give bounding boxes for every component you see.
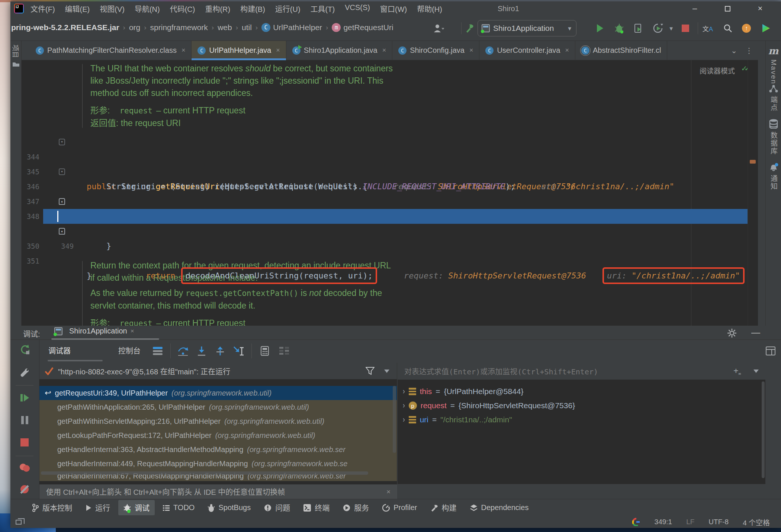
toolbar-item-profiler[interactable]: Profiler	[377, 501, 422, 514]
evaluate-watch-input[interactable]: 对表达式求值(Enter)或添加监视(Ctrl+Shift+Enter) +∞	[398, 363, 765, 380]
minimize-button[interactable]: –	[684, 1, 705, 16]
evaluate-expression-icon[interactable]	[258, 344, 271, 358]
step-out-icon[interactable]	[213, 344, 227, 358]
thread-dropdown-chevron[interactable]	[384, 370, 389, 373]
watch-dropdown-chevron[interactable]	[753, 370, 759, 373]
vertical-scrollbar[interactable]	[762, 381, 765, 478]
tab-pathmatchingfilterchainresolver[interactable]: C PathMatchingFilterChainResolver.class …	[30, 41, 192, 60]
stack-frame[interactable]: getHandlerInternal:449, RequestMappingHa…	[39, 457, 397, 471]
menu-window[interactable]: 窗口(W)	[380, 3, 407, 14]
thread-selector[interactable]: "http-nio-8082-exec-9"@5,168 在组"main": 正…	[39, 363, 397, 379]
sidebar-item-database[interactable]: 数据库	[766, 119, 781, 155]
file-encoding[interactable]: UTF-8	[708, 518, 729, 526]
code-line-347[interactable]: 347 uri = request.getRequestURI();	[22, 179, 758, 194]
collaborate-user-icon[interactable]	[432, 22, 445, 34]
expand-chevron-icon[interactable]: ›	[403, 387, 405, 396]
line-separator[interactable]: LF	[686, 518, 694, 526]
code-line-346[interactable]: 346 ▾ if (uri == null) {	[22, 164, 758, 179]
tab-abstractshirofilter[interactable]: C AbstractShiroFilter.cl	[575, 41, 667, 60]
code-line-351[interactable]: 351	[22, 239, 758, 254]
toolbar-item-build[interactable]: 构建	[425, 500, 462, 515]
run-with-profiler-icon[interactable]	[632, 22, 645, 34]
variable-row-request[interactable]: › p request = {ShiroHttpServletRequest@7…	[398, 399, 765, 413]
view-breakpoints-icon[interactable]	[18, 461, 31, 474]
dump-threads-icon[interactable]	[277, 344, 291, 358]
horizontal-scrollbar[interactable]	[41, 471, 368, 475]
fold-end-marker-icon[interactable]: ▴	[59, 198, 65, 205]
settings-gear-icon[interactable]	[727, 329, 736, 338]
sidebar-item-endpoints[interactable]: 端点	[766, 85, 781, 112]
code-line-348[interactable]: 348 ▴ }	[22, 194, 758, 209]
toolbar-item-todo[interactable]: TODO	[158, 501, 200, 514]
hide-tool-window-icon[interactable]: —	[751, 327, 760, 338]
expand-chevron-icon[interactable]: ›	[403, 415, 405, 425]
close-button[interactable]: ×	[750, 1, 771, 16]
code-line-344[interactable]: 344 ▾ public String getRequestUri(HttpSe…	[22, 135, 758, 149]
breadcrumb-springframework[interactable]: springframework	[150, 23, 208, 32]
toolbar-item-spotbugs[interactable]: SpotBugs	[203, 501, 256, 514]
indent-setting[interactable]: 4 个空格	[743, 517, 770, 527]
caret-position[interactable]: 349:1	[655, 518, 672, 526]
step-into-icon[interactable]	[195, 344, 208, 358]
code-line-350[interactable]: 350 ▴ }	[22, 224, 758, 239]
menu-vcs[interactable]: VCS(S)	[345, 3, 370, 14]
filter-funnel-icon[interactable]	[366, 367, 375, 375]
run-with-coverage-icon[interactable]	[652, 22, 664, 34]
stack-frame[interactable]: getPathWithinApplication:265, UrlPathHel…	[39, 400, 397, 414]
fold-marker-icon[interactable]: ▾	[59, 139, 65, 145]
vertical-scrollbar[interactable]	[393, 386, 396, 453]
tab-usercontroller[interactable]: C UserController.java ×	[479, 41, 575, 60]
pause-program-icon[interactable]	[18, 413, 31, 427]
window-layout-icon[interactable]	[16, 520, 22, 525]
variable-row-this[interactable]: › this = {UrlPathHelper@5844}	[398, 384, 765, 399]
breadcrumb-org[interactable]: org	[129, 23, 140, 32]
reader-mode-label[interactable]: 阅读器模式	[700, 65, 735, 75]
update-available-icon[interactable]: ↑	[740, 22, 753, 34]
menu-refactor[interactable]: 重构(R)	[205, 3, 230, 14]
close-icon[interactable]: ×	[565, 46, 569, 54]
variable-row-uri[interactable]: › uri = "/christ1na/..;/admin"	[398, 413, 765, 427]
inspections-ok-icon[interactable]: ✓✓	[741, 64, 748, 73]
stop-button[interactable]	[679, 22, 692, 34]
breadcrumb-class[interactable]: UrlPathHelper	[273, 23, 322, 32]
tab-urlpathhelper[interactable]: C UrlPathHelper.java ×	[192, 41, 286, 60]
close-icon[interactable]: ×	[382, 46, 386, 54]
close-icon[interactable]: ×	[469, 46, 473, 54]
step-over-icon[interactable]	[176, 344, 190, 358]
toolbar-item-debug[interactable]: 调试	[118, 500, 155, 515]
fold-end-marker-icon[interactable]: ▴	[59, 228, 65, 235]
menu-view[interactable]: 视图(V)	[100, 3, 125, 14]
close-icon[interactable]: ×	[276, 46, 280, 54]
sidebar-item-maven[interactable]: m Maven	[766, 45, 781, 84]
tab-shiroconfig[interactable]: C ShiroConfig.java ×	[392, 41, 479, 60]
layout-settings-icon[interactable]	[151, 344, 164, 358]
menu-edit[interactable]: 编辑(E)	[65, 3, 90, 14]
add-watch-icon[interactable]: +∞	[733, 366, 741, 376]
breadcrumb-jar[interactable]: pring-web-5.2.2.RELEASE.jar	[11, 23, 119, 32]
coverage-dropdown-chevron[interactable]: ▼	[666, 22, 674, 34]
toolbar-item-terminal[interactable]: 终端	[298, 500, 335, 515]
menu-navigate[interactable]: 导航(N)	[135, 3, 160, 14]
toolbar-item-services[interactable]: 服务	[338, 500, 374, 515]
menu-tools[interactable]: 工具(T)	[311, 3, 335, 14]
sidebar-item-project[interactable]: 项目	[10, 45, 21, 67]
toolbar-item-run[interactable]: 运行	[80, 500, 115, 515]
browser-play-icon[interactable]	[759, 22, 772, 34]
translate-icon[interactable]: 文A	[701, 22, 714, 34]
close-icon[interactable]: ×	[386, 488, 390, 496]
code-line-349-execution-point[interactable]: 349 return decodeAndCleanUriString(reque…	[22, 209, 758, 224]
stop-process-icon[interactable]	[18, 436, 31, 449]
mute-breakpoints-icon[interactable]	[18, 483, 31, 496]
stack-frame[interactable]: getHandlerInternal:363, AbstractHandlerM…	[39, 442, 397, 457]
expand-chevron-icon[interactable]: ›	[403, 401, 405, 410]
close-icon[interactable]: ×	[131, 328, 134, 335]
menu-file[interactable]: 文件(F)	[30, 3, 55, 14]
stack-frame[interactable]: getPathWithinServletMapping:216, UrlPath…	[39, 414, 397, 428]
google-g-icon[interactable]	[632, 518, 640, 526]
run-configuration-select[interactable]: Shiro1Application ▼	[478, 20, 576, 36]
tab-shiro1application[interactable]: C Shiro1Application.java ×	[286, 41, 392, 60]
tab-console[interactable]: 控制台	[118, 345, 141, 356]
breadcrumb-util[interactable]: util	[242, 23, 252, 32]
breadcrumb-web[interactable]: web	[218, 23, 232, 32]
tab-debugger[interactable]: 调试器	[48, 345, 71, 356]
